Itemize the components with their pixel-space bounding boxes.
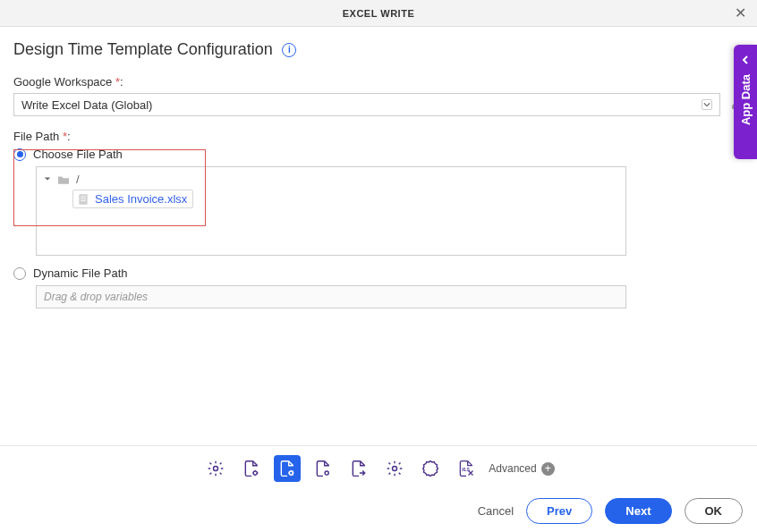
choose-file-path-radio-row[interactable]: Choose File Path	[13, 148, 744, 161]
svg-rect-2	[81, 198, 86, 198]
footer: Cancel Prev Next OK	[0, 489, 757, 532]
tree-expand-icon[interactable]	[44, 174, 51, 184]
svg-rect-0	[79, 194, 87, 205]
page-sheet-icon[interactable]	[310, 455, 336, 482]
dynamic-file-path-label: Dynamic File Path	[33, 266, 127, 280]
next-button[interactable]: Next	[605, 498, 671, 524]
google-workspace-select[interactable]: Write Excel Data (Global)	[13, 93, 720, 116]
google-workspace-row: Write Excel Data (Global)	[13, 93, 744, 116]
svg-point-7	[325, 471, 328, 475]
radio-dynamic-file-path[interactable]	[13, 267, 26, 280]
tree-file-item[interactable]: Sales Invoice.xlsx	[72, 190, 193, 208]
info-icon[interactable]: i	[282, 43, 296, 57]
advanced-toggle[interactable]: Advanced +	[489, 462, 554, 476]
radio-choose-file-path[interactable]	[13, 148, 26, 161]
svg-point-8	[393, 467, 397, 471]
dialog-header: EXCEL WRITE ✕	[0, 0, 757, 27]
app-data-label: App Data	[739, 74, 753, 125]
dynamic-file-path-radio-row[interactable]: Dynamic File Path	[13, 266, 744, 280]
dropdown-caret-icon	[702, 99, 712, 110]
svg-rect-1	[81, 196, 86, 197]
google-workspace-value: Write Excel Data (Global)	[21, 98, 152, 112]
xls-page-icon[interactable]: XLS	[453, 455, 480, 482]
tree-root[interactable]: /	[44, 173, 618, 186]
tree-file-name: Sales Invoice.xlsx	[95, 192, 187, 206]
svg-point-5	[253, 471, 257, 475]
app-data-sidetab[interactable]: App Data	[734, 45, 757, 159]
badge-gear-icon[interactable]	[417, 455, 444, 482]
google-workspace-label: Google Workspace *:	[13, 75, 744, 89]
ok-button[interactable]: OK	[685, 498, 744, 524]
page-arrow-icon[interactable]	[345, 455, 372, 482]
gear-outline-icon[interactable]	[381, 455, 408, 482]
svg-rect-3	[81, 200, 86, 201]
file-icon	[77, 193, 89, 206]
file-tree[interactable]: / Sales Invoice.xlsx	[36, 166, 626, 256]
content-area: Design Time Template Configuration i Goo…	[0, 27, 757, 308]
chevron-left-icon	[741, 54, 750, 67]
file-path-section: File Path *: Choose File Path /	[13, 130, 744, 308]
plus-circle-icon: +	[541, 462, 555, 476]
dialog-title: EXCEL WRITE	[343, 8, 414, 19]
tree-root-label: /	[76, 173, 80, 186]
page-title-row: Design Time Template Configuration i	[13, 40, 744, 75]
prev-button[interactable]: Prev	[526, 498, 592, 524]
dynamic-placeholder: Drag & drop variables	[44, 291, 148, 303]
page-write-icon[interactable]	[274, 455, 301, 482]
close-icon[interactable]: ✕	[735, 6, 746, 21]
step-toolbar: XLS Advanced +	[0, 445, 757, 489]
page-gear-icon[interactable]	[238, 455, 265, 482]
choose-file-path-label: Choose File Path	[33, 148, 123, 161]
cancel-button[interactable]: Cancel	[478, 504, 514, 518]
page-title: Design Time Template Configuration	[13, 40, 273, 59]
advanced-label: Advanced	[489, 462, 536, 475]
svg-point-4	[214, 467, 218, 471]
folder-icon	[56, 174, 71, 185]
gear-icon[interactable]	[202, 455, 229, 482]
dynamic-file-path-input[interactable]: Drag & drop variables	[36, 285, 626, 308]
file-path-label: File Path *:	[13, 130, 744, 143]
